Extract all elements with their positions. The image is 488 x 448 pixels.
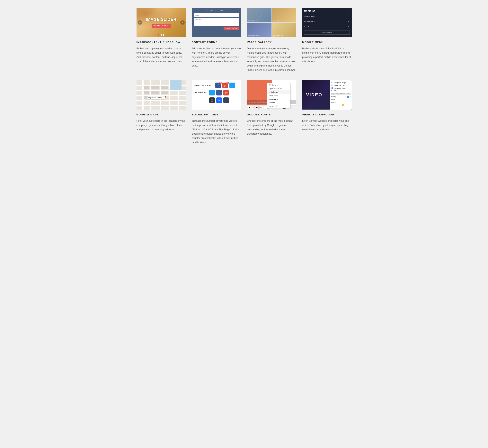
contact-submit-button[interactable]: CONTACT US (224, 27, 239, 30)
share-row: SHARE THIS PAGE! f 192 g+ 47 t (194, 83, 239, 88)
follow-behance-button[interactable]: Be (216, 97, 222, 103)
follow-label: FOLLOW US (194, 92, 208, 94)
fonts-toolbar-align-left[interactable]: ◀ (248, 106, 251, 109)
bg-video-radio[interactable] (331, 87, 333, 89)
mobile-nav-help[interactable]: HELP ▼ (304, 24, 350, 29)
mobile-nav-logo: MOBIRISE (304, 10, 315, 12)
slider-next-button[interactable]: › (180, 20, 185, 25)
map-road-v-3 (160, 80, 161, 110)
gallery-cell-1[interactable]: Type caption here (247, 8, 272, 22)
video-bg-image-option[interactable]: Background Image (331, 82, 351, 84)
share-facebook-button[interactable]: f 192 (215, 83, 221, 88)
gallery-flower-icon (256, 12, 262, 17)
map-container[interactable]: ● Empire State Building ✕ (136, 80, 186, 110)
gallery-cell-2[interactable]: Type caption here (272, 8, 296, 22)
bg-image-radio[interactable] (331, 82, 333, 83)
follow-facebook-button[interactable]: f (216, 90, 222, 96)
youtube-row: YouTube (331, 90, 351, 92)
fonts-preview-container: PT Sans Open Sans Con... Raleway Droid S… (247, 80, 296, 110)
video-text-label: VIDEO (306, 92, 322, 97)
map-block-1 (144, 86, 149, 89)
slider-dots (158, 34, 164, 36)
font-open-sans[interactable]: Open Sans Con... (267, 87, 290, 90)
mobile-nav-help-label: HELP (304, 25, 310, 27)
contact-forms-title: CONTACT FORMS (192, 41, 241, 44)
maps-preview: ● Empire State Building ✕ (136, 80, 186, 110)
opacity-row: Opacity (331, 102, 351, 103)
contact-form-heading: CONTACT FORM (194, 10, 239, 12)
mobile-nav-overview-label: OVERVIEW (304, 16, 315, 18)
video-bg-video-option[interactable]: Background Video (331, 87, 351, 89)
google-fonts-title: GOOGLE FONTS (247, 113, 296, 116)
opacity-label: Opacity (331, 102, 336, 103)
gallery-cell-4[interactable]: Type caption here (272, 23, 296, 37)
fonts-toolbar-align-center[interactable]: ▪ (252, 106, 255, 109)
follow-github-button[interactable] (209, 97, 215, 103)
share-gplus-button[interactable]: g+ 47 (222, 83, 228, 88)
social-buttons-preview: SHARE THIS PAGE! f 192 g+ 47 t FOLLOW US (192, 80, 241, 110)
feature-social-buttons: SHARE THIS PAGE! f 192 g+ 47 t FOLLOW US (192, 80, 241, 145)
mobile-nav-overview[interactable]: OVERVIEW (304, 14, 350, 19)
gplus-count: 47 (226, 82, 229, 84)
youtube-input[interactable] (331, 93, 351, 95)
map-road-v-2 (150, 80, 151, 110)
map-road-v-1 (142, 80, 144, 110)
hamburger-icon[interactable]: ☰ (348, 10, 350, 13)
map-block-6 (161, 91, 168, 94)
mobile-nav-features[interactable]: FEATURES ▼ (304, 19, 350, 24)
bg-color-label: Background Color (334, 85, 345, 86)
font-pt-sans[interactable]: PT Sans (267, 83, 290, 87)
video-settings-panel: Background Image Background Color Backgr… (330, 80, 352, 110)
mobile-nav-help-arrow: ▼ (348, 26, 350, 27)
map-label-close[interactable]: ✕ (162, 97, 164, 99)
bg-color-radio[interactable] (331, 85, 333, 86)
overlay-label: Overlay (331, 96, 336, 98)
map-water-1 (170, 80, 182, 90)
mobile-download-button[interactable]: DOWNLOAD (304, 31, 350, 35)
slider-dot-2[interactable] (160, 34, 162, 36)
follow-twitter-button[interactable]: t (209, 90, 215, 96)
video-bg-color-option[interactable]: Background Color (331, 85, 351, 86)
slider-dot-3[interactable] (163, 34, 164, 36)
slider-dot-1[interactable] (158, 34, 160, 36)
contact-message-input[interactable] (194, 18, 239, 26)
gallery-desc: Demonstrate your images in masonry mobil… (247, 46, 296, 72)
map-block-3 (161, 86, 168, 89)
contact-name-input[interactable] (194, 13, 239, 17)
overlay-toggle[interactable] (347, 96, 351, 98)
mobile-menu-desc: Horizontal site menu folds itself into a… (302, 46, 352, 64)
bg-image-label: Background Image (334, 82, 346, 84)
fonts-toolbar-format[interactable]: ▤ (259, 106, 263, 109)
mobile-nav-preview: MOBIRISE ☰ OVERVIEW FEATURES ▼ HELP ▼ DO… (302, 8, 352, 37)
page-wrapper: IMAGE SLIDER LEARN MORE ‹ › IMAGE/CONTEN… (133, 0, 356, 164)
font-droid-sans[interactable]: Droid Sans (267, 94, 290, 97)
bg-video-label: Background Video (334, 87, 346, 89)
gallery-caption-2: Type caption here (273, 20, 284, 22)
gallery-caption-4: Type caption here (273, 35, 284, 36)
follow-row-2: Be t (209, 97, 239, 103)
share-label: SHARE THIS PAGE! (194, 84, 214, 86)
map-block-4 (144, 91, 149, 94)
slider-bg: IMAGE SLIDER LEARN MORE ‹ › (136, 8, 186, 37)
follow-gplus-button[interactable]: g+ (223, 90, 229, 96)
slider-learn-more-button[interactable]: LEARN MORE (152, 24, 171, 28)
share-twitter-button[interactable]: t (229, 83, 235, 88)
contact-form-preview: CONTACT FORM CONTACT US (192, 8, 241, 37)
gallery-cell-3[interactable]: Type caption here (247, 23, 272, 37)
svg-point-2 (260, 14, 262, 15)
follow-tumblr-button[interactable]: t (223, 97, 229, 103)
slider-heading: IMAGE SLIDER (146, 17, 176, 22)
font-ubuntu[interactable]: Ubuntu (267, 101, 290, 104)
slider-prev-button[interactable]: ‹ (138, 20, 142, 25)
mobile-nav-features-arrow: ▼ (348, 21, 350, 23)
font-montserrat[interactable]: Montserrat (267, 97, 290, 101)
mobile-menu-title: MOBILE MENU (302, 41, 352, 44)
fonts-toolbar-align-right[interactable]: ▶ (255, 106, 259, 109)
font-raleway[interactable]: Raleway (267, 90, 290, 94)
opacity-slider[interactable] (331, 105, 351, 105)
mobile-nav-header: MOBIRISE ☰ (304, 10, 350, 14)
gallery-caption-3: Type caption here (248, 35, 259, 36)
fonts-dropdown[interactable]: PT Sans Open Sans Con... Raleway Droid S… (267, 83, 290, 108)
font-droid-serif[interactable]: Droid Serif (267, 104, 290, 108)
video-background-desc: Liven up your website and catch your sit… (302, 119, 352, 132)
